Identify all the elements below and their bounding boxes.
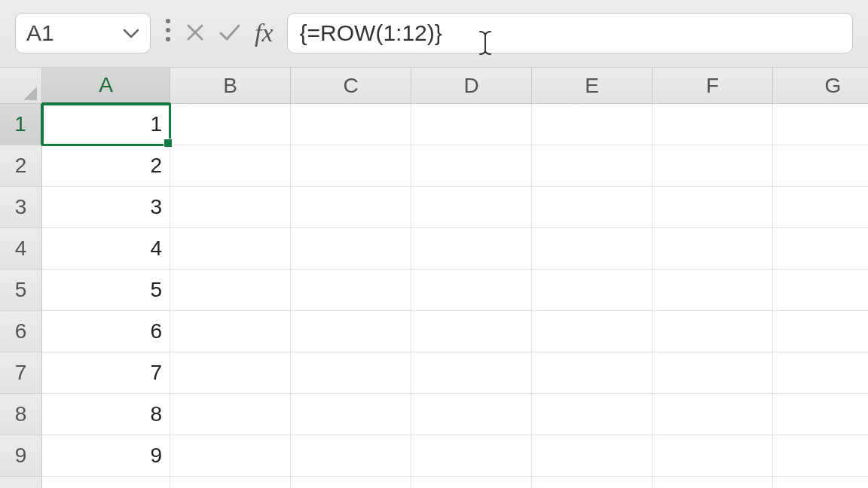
cell[interactable] xyxy=(773,435,868,477)
fx-icon[interactable]: fx xyxy=(255,19,274,47)
cell[interactable] xyxy=(170,352,291,394)
cell[interactable] xyxy=(653,435,773,477)
cell[interactable] xyxy=(411,187,532,228)
row-header[interactable]: 7 xyxy=(0,352,42,394)
row-header[interactable]: 4 xyxy=(0,228,42,270)
cell[interactable] xyxy=(773,477,868,488)
cell[interactable] xyxy=(170,477,291,488)
column-header-g[interactable]: G xyxy=(773,68,868,104)
name-box-value: A1 xyxy=(26,20,118,46)
column-header-c[interactable]: C xyxy=(291,68,411,104)
cell[interactable] xyxy=(653,187,773,228)
cell[interactable] xyxy=(773,352,868,394)
cell[interactable] xyxy=(170,311,291,352)
column-header-b[interactable]: B xyxy=(170,68,291,104)
cell[interactable] xyxy=(170,270,291,311)
cell[interactable]: 5 xyxy=(42,270,170,311)
cell[interactable] xyxy=(411,394,532,435)
cell[interactable] xyxy=(291,435,411,477)
more-icon[interactable] xyxy=(164,17,172,48)
cell[interactable] xyxy=(411,477,532,488)
cell[interactable] xyxy=(411,270,532,311)
cell[interactable] xyxy=(170,394,291,435)
cell[interactable] xyxy=(653,228,773,270)
cell[interactable] xyxy=(532,394,653,435)
row-header[interactable]: 2 xyxy=(0,145,42,187)
cell[interactable] xyxy=(532,145,653,187)
row-header[interactable]: 6 xyxy=(0,311,42,352)
cell[interactable] xyxy=(411,435,532,477)
confirm-icon[interactable] xyxy=(219,20,241,46)
cell[interactable] xyxy=(291,187,411,228)
cell[interactable] xyxy=(773,311,868,352)
cell[interactable]: 1 xyxy=(42,104,170,145)
column-header-f[interactable]: F xyxy=(653,68,773,104)
cell[interactable] xyxy=(653,352,773,394)
formula-bar-area: A1 fx {=ROW(1:12)} xyxy=(0,0,868,68)
cell[interactable] xyxy=(170,104,291,145)
cell[interactable] xyxy=(653,477,773,488)
cell[interactable] xyxy=(773,394,868,435)
cell[interactable] xyxy=(653,145,773,187)
row-header[interactable]: 5 xyxy=(0,270,42,311)
row-header[interactable]: 9 xyxy=(0,435,42,477)
column-header-a[interactable]: A xyxy=(42,68,170,104)
cell[interactable] xyxy=(291,352,411,394)
cell[interactable] xyxy=(291,270,411,311)
cell[interactable] xyxy=(653,270,773,311)
cell[interactable] xyxy=(291,311,411,352)
cell[interactable] xyxy=(532,187,653,228)
cell[interactable]: 9 xyxy=(42,435,170,477)
cell[interactable] xyxy=(773,104,868,145)
row-header[interactable]: 1 xyxy=(0,104,42,145)
cell[interactable]: 4 xyxy=(42,228,170,270)
row-header[interactable]: 8 xyxy=(0,394,42,435)
name-box[interactable]: A1 xyxy=(15,13,151,53)
text-cursor-icon xyxy=(478,30,492,56)
cancel-icon[interactable] xyxy=(185,20,205,46)
select-all-corner[interactable] xyxy=(0,68,42,104)
cell[interactable] xyxy=(291,228,411,270)
cell[interactable] xyxy=(773,270,868,311)
cell[interactable] xyxy=(532,104,653,145)
cell[interactable] xyxy=(773,187,868,228)
column-header-e[interactable]: E xyxy=(532,68,653,104)
row-header[interactable]: 10 xyxy=(0,477,42,488)
column-header-d[interactable]: D xyxy=(411,68,532,104)
cell[interactable] xyxy=(532,228,653,270)
cell[interactable] xyxy=(411,145,532,187)
cell[interactable]: 8 xyxy=(42,394,170,435)
cell[interactable] xyxy=(532,477,653,488)
svg-point-2 xyxy=(166,37,170,41)
cell[interactable] xyxy=(411,311,532,352)
cell[interactable] xyxy=(773,228,868,270)
cell[interactable] xyxy=(411,228,532,270)
cell[interactable] xyxy=(532,352,653,394)
cell[interactable]: 3 xyxy=(42,187,170,228)
cell[interactable]: 2 xyxy=(42,145,170,187)
cell[interactable] xyxy=(532,311,653,352)
cell[interactable] xyxy=(291,104,411,145)
row-header[interactable]: 3 xyxy=(0,187,42,228)
cell[interactable] xyxy=(532,435,653,477)
cell[interactable] xyxy=(291,477,411,488)
cell[interactable] xyxy=(291,145,411,187)
cell[interactable] xyxy=(411,104,532,145)
cell[interactable]: 7 xyxy=(42,352,170,394)
cell[interactable]: 6 xyxy=(42,311,170,352)
cell[interactable] xyxy=(170,228,291,270)
cell[interactable] xyxy=(291,394,411,435)
spreadsheet-grid[interactable]: ABCDEFG1122334455667788991010 xyxy=(0,68,868,488)
cell[interactable] xyxy=(170,187,291,228)
cell[interactable] xyxy=(653,104,773,145)
cell[interactable]: 10 xyxy=(42,477,170,488)
cell[interactable] xyxy=(653,394,773,435)
cell[interactable] xyxy=(773,145,868,187)
cell[interactable] xyxy=(170,435,291,477)
cell[interactable] xyxy=(170,145,291,187)
cell[interactable] xyxy=(532,270,653,311)
formula-input[interactable]: {=ROW(1:12)} xyxy=(287,13,853,53)
cell[interactable] xyxy=(411,352,532,394)
chevron-down-icon[interactable] xyxy=(123,23,139,44)
cell[interactable] xyxy=(653,311,773,352)
